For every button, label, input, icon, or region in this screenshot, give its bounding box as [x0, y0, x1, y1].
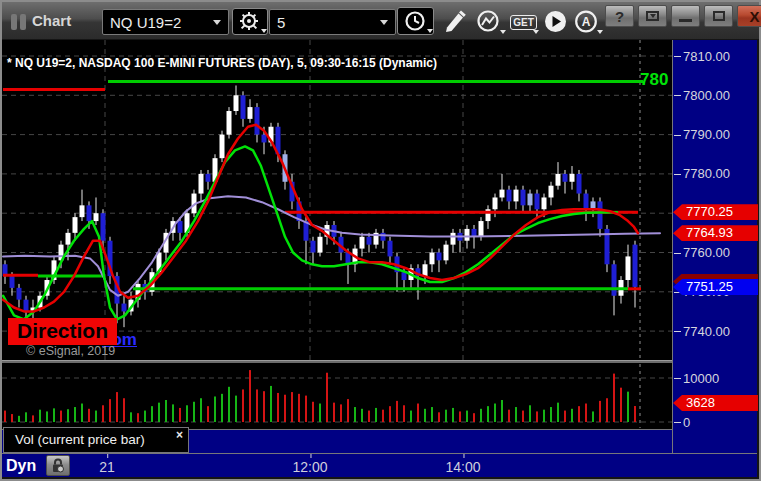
- maximize-icon: [713, 11, 725, 21]
- volume-bar: [585, 404, 587, 422]
- candle-body: [206, 174, 211, 182]
- chart-app-icon: [11, 14, 26, 30]
- lock-scale-button[interactable]: [46, 455, 70, 476]
- window-controls: ? X: [605, 5, 761, 27]
- draw-pencil-button[interactable]: [438, 8, 470, 35]
- volume-bar: [32, 415, 34, 422]
- volume-bar: [627, 392, 629, 422]
- main-chart-pane[interactable]: * NQ U19=2, NASDAQ 100 E-MINI FUTURES (D…: [2, 40, 672, 360]
- candle-body: [122, 304, 127, 312]
- volume-bar: [151, 406, 153, 422]
- maximize-button[interactable]: [704, 5, 733, 27]
- time-interval-button[interactable]: [397, 7, 434, 35]
- svg-text:A: A: [582, 15, 591, 29]
- volume-bar: [529, 405, 531, 422]
- candle-body: [444, 245, 449, 261]
- get-data-button[interactable]: GET: [508, 8, 539, 35]
- line-study-button[interactable]: [472, 8, 506, 35]
- interval-select[interactable]: 5: [269, 9, 396, 35]
- volume-bar: [473, 413, 475, 422]
- volume-bar: [39, 410, 41, 422]
- interval-value: 5: [277, 14, 285, 31]
- candle-body: [66, 233, 71, 245]
- volume-bar: [116, 392, 118, 422]
- candle-body: [73, 217, 78, 233]
- volume-bar: [508, 410, 510, 422]
- play-icon: [542, 8, 569, 35]
- tab-close-icon[interactable]: ×: [176, 429, 183, 441]
- volume-bar: [214, 396, 216, 422]
- volume-bar: [298, 394, 300, 422]
- candle-body: [633, 245, 638, 287]
- candle-body: [626, 256, 631, 280]
- candle-body: [423, 264, 428, 276]
- candlestick-chart: [2, 40, 672, 360]
- volume-bar: [319, 404, 321, 422]
- candle-body: [535, 194, 540, 210]
- volume-bar: [634, 406, 636, 422]
- price-tag: 7770.25: [673, 204, 758, 220]
- volume-bar: [424, 409, 426, 422]
- candle-body: [507, 190, 512, 202]
- dynamic-mode-label: Dyn: [6, 457, 36, 475]
- candle-body: [101, 213, 106, 241]
- candle-body: [87, 205, 92, 221]
- candle-body: [570, 174, 575, 182]
- volume-bar: [186, 405, 188, 422]
- playback-button[interactable]: [541, 8, 570, 35]
- volume-bar: [312, 402, 314, 422]
- volume-bar: [67, 409, 69, 422]
- candle-body: [318, 237, 323, 253]
- volume-bar: [277, 393, 279, 422]
- pencil-icon: [439, 8, 469, 35]
- volume-bar: [158, 403, 160, 422]
- direction-watermark: Direction: [8, 318, 117, 345]
- price-tag: 7764.93: [673, 225, 758, 241]
- alerts-button[interactable]: A: [571, 8, 603, 35]
- settings-button[interactable]: [232, 8, 268, 35]
- volume-bar: [522, 411, 524, 422]
- price-tick-label: 7790.00: [674, 127, 730, 142]
- volume-bar: [284, 395, 286, 422]
- restore-button[interactable]: [638, 5, 667, 27]
- copyright-watermark: © eSignal, 2019: [26, 344, 115, 358]
- volume-bar: [193, 402, 195, 422]
- volume-bar: [410, 411, 412, 422]
- close-button[interactable]: X: [737, 5, 761, 27]
- get-icon: GET: [510, 15, 537, 30]
- volume-tab[interactable]: Vol (current price bar) ×: [3, 427, 189, 453]
- price-axis[interactable]: 7810.007800.007790.007780.007760.007750.…: [672, 40, 757, 453]
- candle-body: [430, 253, 435, 265]
- titlebar[interactable]: Chart NQ U19=2 5: [2, 2, 759, 40]
- volume-bar: [81, 404, 83, 422]
- volume-bar: [207, 406, 209, 422]
- lock-icon: [51, 458, 65, 473]
- volume-bar: [263, 391, 265, 422]
- volume-bar: [417, 404, 419, 422]
- symbol-select[interactable]: NQ U19=2: [102, 9, 229, 35]
- help-button[interactable]: ?: [605, 5, 634, 27]
- time-axis[interactable]: Dyn 2112:0014:00: [2, 453, 757, 477]
- time-tick-label: 12:00: [292, 459, 327, 475]
- price-tick-label: 7740.00: [674, 324, 730, 339]
- price-tick-label: 7760.00: [674, 245, 730, 260]
- volume-pane[interactable]: [2, 363, 672, 429]
- candle-body: [94, 213, 99, 221]
- time-tick-label: 14:00: [445, 459, 480, 475]
- minimize-button[interactable]: [671, 5, 700, 27]
- candle-body: [451, 233, 456, 245]
- volume-bar: [382, 410, 384, 422]
- volume-bar: [606, 398, 608, 422]
- help-icon: ?: [615, 9, 624, 24]
- window-title: Chart: [32, 12, 71, 29]
- volume-tab-label: Vol (current price bar): [15, 432, 145, 447]
- volume-chart: [2, 363, 672, 429]
- volume-bar: [620, 388, 622, 422]
- candle-body: [262, 135, 267, 143]
- candle-body: [311, 241, 316, 253]
- volume-bar: [102, 405, 104, 422]
- price-tick-label: 7780.00: [674, 166, 730, 181]
- volume-bar: [466, 411, 468, 422]
- chevron-down-icon: [533, 30, 539, 34]
- volume-bar: [88, 409, 90, 422]
